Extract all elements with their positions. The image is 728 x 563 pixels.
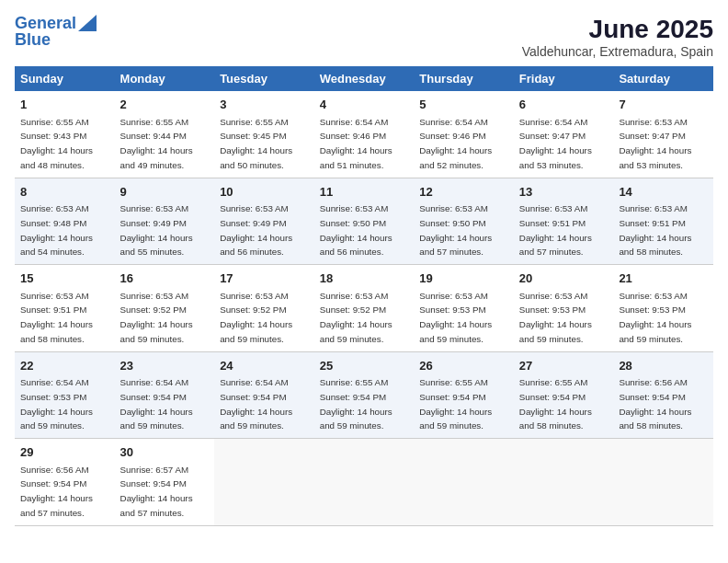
day-number: 15 [20, 270, 109, 288]
calendar-cell: 2Sunrise: 6:55 AMSunset: 9:44 PMDaylight… [115, 91, 215, 178]
day-number: 23 [120, 357, 210, 375]
day-info: Sunrise: 6:55 AMSunset: 9:54 PMDaylight:… [320, 377, 392, 431]
header-wednesday: Wednesday [314, 66, 415, 91]
day-number: 30 [120, 443, 210, 462]
header-sunday: Sunday [15, 66, 115, 91]
day-info: Sunrise: 6:55 AMSunset: 9:45 PMDaylight:… [220, 117, 292, 170]
calendar-cell: 3Sunrise: 6:55 AMSunset: 9:45 PMDaylight… [214, 91, 314, 178]
day-number: 5 [419, 96, 508, 114]
day-info: Sunrise: 6:54 AMSunset: 9:46 PMDaylight:… [419, 117, 492, 170]
calendar-cell: 9Sunrise: 6:53 AMSunset: 9:49 PMDaylight… [115, 178, 215, 265]
calendar-table: SundayMondayTuesdayWednesdayThursdayFrid… [15, 66, 713, 526]
svg-marker-0 [78, 15, 97, 31]
calendar-cell [613, 439, 713, 526]
calendar-cell: 18Sunrise: 6:53 AMSunset: 9:52 PMDayligh… [314, 265, 415, 352]
calendar-cell [514, 439, 614, 526]
day-info: Sunrise: 6:53 AMSunset: 9:52 PMDaylight:… [320, 291, 392, 344]
calendar-cell: 22Sunrise: 6:54 AMSunset: 9:53 PMDayligh… [15, 351, 115, 439]
day-info: Sunrise: 6:54 AMSunset: 9:46 PMDaylight:… [320, 117, 392, 170]
calendar-cell: 4Sunrise: 6:54 AMSunset: 9:46 PMDaylight… [314, 91, 415, 178]
header-monday: Monday [115, 66, 215, 91]
calendar-cell: 29Sunrise: 6:56 AMSunset: 9:54 PMDayligh… [15, 439, 115, 526]
calendar-cell: 6Sunrise: 6:54 AMSunset: 9:47 PMDaylight… [514, 91, 614, 178]
calendar-cell: 11Sunrise: 6:53 AMSunset: 9:50 PMDayligh… [314, 178, 415, 265]
day-number: 6 [519, 96, 609, 114]
calendar-cell: 25Sunrise: 6:55 AMSunset: 9:54 PMDayligh… [314, 351, 415, 439]
calendar-cell: 28Sunrise: 6:56 AMSunset: 9:54 PMDayligh… [613, 351, 713, 439]
day-info: Sunrise: 6:53 AMSunset: 9:48 PMDaylight:… [20, 203, 93, 257]
day-number: 9 [120, 183, 210, 201]
calendar-cell: 27Sunrise: 6:55 AMSunset: 9:54 PMDayligh… [514, 351, 614, 439]
day-number: 16 [120, 270, 210, 288]
day-info: Sunrise: 6:55 AMSunset: 9:54 PMDaylight:… [419, 377, 492, 431]
calendar-header-row: SundayMondayTuesdayWednesdayThursdayFrid… [15, 66, 713, 91]
day-number: 28 [619, 357, 708, 375]
day-info: Sunrise: 6:53 AMSunset: 9:50 PMDaylight:… [419, 203, 492, 257]
day-number: 24 [220, 357, 309, 375]
day-number: 11 [320, 183, 409, 201]
day-number: 22 [20, 357, 109, 375]
calendar-cell: 10Sunrise: 6:53 AMSunset: 9:49 PMDayligh… [214, 178, 314, 265]
day-info: Sunrise: 6:56 AMSunset: 9:54 PMDaylight:… [619, 377, 691, 431]
day-info: Sunrise: 6:53 AMSunset: 9:53 PMDaylight:… [619, 291, 691, 344]
header-friday: Friday [514, 66, 614, 91]
calendar-cell: 12Sunrise: 6:53 AMSunset: 9:50 PMDayligh… [414, 178, 514, 265]
day-number: 3 [220, 96, 309, 114]
day-number: 1 [20, 96, 109, 114]
day-info: Sunrise: 6:56 AMSunset: 9:54 PMDaylight:… [20, 465, 93, 518]
day-info: Sunrise: 6:53 AMSunset: 9:52 PMDaylight:… [220, 291, 292, 344]
title-block: June 2025 Valdehuncar, Extremadura, Spai… [522, 15, 713, 59]
calendar-week-row: 22Sunrise: 6:54 AMSunset: 9:53 PMDayligh… [15, 351, 713, 439]
calendar-week-row: 1Sunrise: 6:55 AMSunset: 9:43 PMDaylight… [15, 91, 713, 178]
logo: General Blue [15, 15, 97, 50]
day-number: 12 [419, 183, 508, 201]
day-info: Sunrise: 6:53 AMSunset: 9:49 PMDaylight:… [120, 203, 193, 257]
day-number: 29 [20, 443, 109, 462]
day-number: 25 [320, 357, 409, 375]
day-info: Sunrise: 6:54 AMSunset: 9:54 PMDaylight:… [220, 377, 292, 431]
day-number: 7 [619, 96, 708, 114]
day-number: 4 [320, 96, 409, 114]
calendar-cell: 20Sunrise: 6:53 AMSunset: 9:53 PMDayligh… [514, 265, 614, 352]
location-title: Valdehuncar, Extremadura, Spain [522, 44, 713, 59]
header-thursday: Thursday [414, 66, 514, 91]
calendar-cell [214, 439, 314, 526]
page-header: General Blue June 2025 Valdehuncar, Extr… [15, 15, 713, 59]
day-info: Sunrise: 6:55 AMSunset: 9:54 PMDaylight:… [519, 377, 592, 431]
calendar-cell: 1Sunrise: 6:55 AMSunset: 9:43 PMDaylight… [15, 91, 115, 178]
calendar-cell: 23Sunrise: 6:54 AMSunset: 9:54 PMDayligh… [115, 351, 215, 439]
calendar-cell: 17Sunrise: 6:53 AMSunset: 9:52 PMDayligh… [214, 265, 314, 352]
day-info: Sunrise: 6:53 AMSunset: 9:49 PMDaylight:… [220, 203, 292, 257]
day-info: Sunrise: 6:55 AMSunset: 9:44 PMDaylight:… [120, 117, 193, 170]
logo-text-line2: Blue [15, 31, 51, 50]
calendar-week-row: 29Sunrise: 6:56 AMSunset: 9:54 PMDayligh… [15, 439, 713, 526]
day-number: 19 [419, 270, 508, 288]
logo-icon [78, 15, 97, 31]
day-info: Sunrise: 6:53 AMSunset: 9:51 PMDaylight:… [519, 203, 592, 257]
day-number: 20 [519, 270, 609, 288]
header-tuesday: Tuesday [214, 66, 314, 91]
calendar-cell: 15Sunrise: 6:53 AMSunset: 9:51 PMDayligh… [15, 265, 115, 352]
day-info: Sunrise: 6:53 AMSunset: 9:51 PMDaylight:… [619, 203, 691, 257]
calendar-cell [314, 439, 415, 526]
day-info: Sunrise: 6:53 AMSunset: 9:51 PMDaylight:… [20, 291, 93, 344]
calendar-cell: 19Sunrise: 6:53 AMSunset: 9:53 PMDayligh… [414, 265, 514, 352]
day-number: 8 [20, 183, 109, 201]
day-number: 27 [519, 357, 609, 375]
day-info: Sunrise: 6:53 AMSunset: 9:53 PMDaylight:… [519, 291, 592, 344]
day-info: Sunrise: 6:53 AMSunset: 9:50 PMDaylight:… [320, 203, 392, 257]
calendar-cell: 26Sunrise: 6:55 AMSunset: 9:54 PMDayligh… [414, 351, 514, 439]
day-info: Sunrise: 6:53 AMSunset: 9:52 PMDaylight:… [120, 291, 193, 344]
day-info: Sunrise: 6:54 AMSunset: 9:54 PMDaylight:… [120, 377, 193, 431]
day-info: Sunrise: 6:55 AMSunset: 9:43 PMDaylight:… [20, 117, 93, 170]
calendar-week-row: 8Sunrise: 6:53 AMSunset: 9:48 PMDaylight… [15, 178, 713, 265]
day-number: 13 [519, 183, 609, 201]
day-number: 21 [619, 270, 708, 288]
calendar-cell: 13Sunrise: 6:53 AMSunset: 9:51 PMDayligh… [514, 178, 614, 265]
calendar-cell [414, 439, 514, 526]
calendar-cell: 24Sunrise: 6:54 AMSunset: 9:54 PMDayligh… [214, 351, 314, 439]
day-number: 26 [419, 357, 508, 375]
calendar-cell: 5Sunrise: 6:54 AMSunset: 9:46 PMDaylight… [414, 91, 514, 178]
day-info: Sunrise: 6:54 AMSunset: 9:47 PMDaylight:… [519, 117, 592, 170]
calendar-cell: 16Sunrise: 6:53 AMSunset: 9:52 PMDayligh… [115, 265, 215, 352]
